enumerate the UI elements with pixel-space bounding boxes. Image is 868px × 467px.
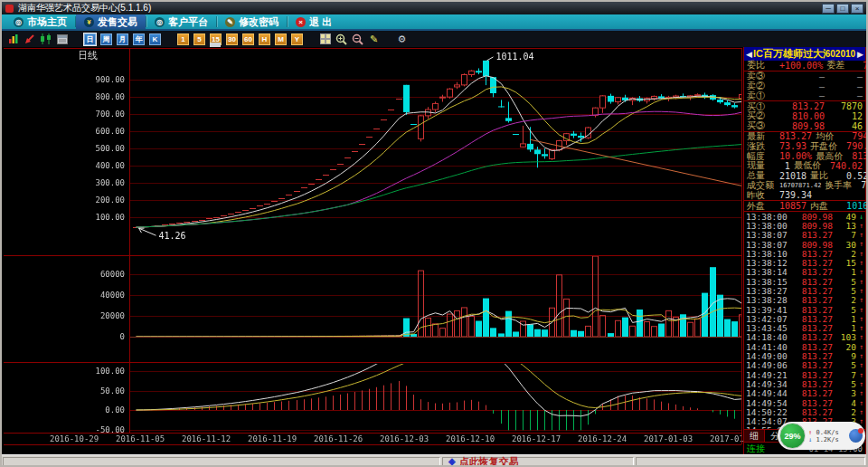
period-button-orange-1[interactable]: 1: [177, 33, 189, 45]
tick-up-arrow-icon: ↑: [856, 408, 863, 416]
zoom-out-icon[interactable]: [352, 33, 363, 45]
tick-row: 13:43:45813.271↑: [744, 324, 865, 333]
tick-up-arrow-icon: ↑: [856, 315, 863, 323]
tick-up-arrow-icon: ↑: [856, 389, 863, 397]
period-button-orange-8[interactable]: Y: [291, 33, 303, 45]
period-button-orange-2[interactable]: 5: [193, 33, 205, 45]
download-speed: 1.2K/s: [816, 436, 838, 443]
tick-up-arrow-icon: ↑: [856, 259, 863, 267]
upload-speed: 0.4K/s: [816, 429, 838, 436]
stat-value: 7.01%: [861, 180, 868, 190]
download-arrow-icon: ↓: [808, 436, 812, 443]
stat-row: 外盘10857内盘10161: [744, 201, 865, 211]
level-price: —: [770, 81, 825, 91]
app-logo-icon: [5, 5, 14, 13]
gear-icon[interactable]: ⚙: [396, 33, 408, 45]
diamond-icon: ◈: [448, 457, 456, 466]
network-percent-badge: 29%: [779, 423, 806, 449]
tick-up-arrow-icon: ↑: [856, 287, 863, 295]
period-button-orange-6[interactable]: H: [259, 33, 270, 45]
edit-icon[interactable]: ✎: [368, 33, 380, 45]
restore-trading-link[interactable]: ◈ 点此恢复交易: [448, 457, 519, 466]
menu-item-change-password[interactable]: ✎修改密码: [217, 14, 287, 29]
stat-value: 10857: [779, 201, 810, 211]
tick-row: 13:38:15813.275↑: [744, 277, 865, 286]
tick-up-arrow-icon: ↑: [856, 333, 863, 341]
level-qty: —: [825, 81, 863, 91]
grid-icon[interactable]: [319, 33, 331, 45]
exit-icon: ×: [296, 17, 306, 27]
period-button-orange-5[interactable]: 60: [242, 33, 254, 45]
level-qty: 7870: [825, 101, 863, 111]
level-qty: 12: [825, 111, 863, 121]
window-controls: ─ □ ×: [820, 4, 866, 14]
period-button-blue-2[interactable]: 周: [100, 33, 112, 45]
splitter-handle[interactable]: [210, 43, 221, 47]
stat-label: 外盘: [747, 200, 779, 213]
menu-item-client-platform[interactable]: ◎客户平台: [146, 14, 216, 29]
time-sales-list[interactable]: 13:38:00809.9849↓13:38:00809.9813↑13:38:…: [744, 212, 865, 429]
trend-arrow-icon[interactable]: [24, 33, 35, 45]
period-button-orange-7[interactable]: M: [275, 33, 287, 45]
tick-row: 13:42:07813.271↑: [744, 314, 865, 323]
stat-value: 7928: [863, 61, 868, 71]
title-bar: 湖南华强艺术品交易中心(5.1.1.6) ─ □ ×: [2, 2, 866, 14]
tick-up-arrow-icon: ↑: [856, 306, 863, 314]
candles-icon[interactable]: [40, 33, 52, 45]
status-segment-right: [636, 457, 865, 467]
tick-up-arrow-icon: ↑: [856, 240, 863, 248]
tick-row: 14:41:40813.2720↑: [744, 342, 865, 351]
sale-trade-icon: ¥: [84, 17, 94, 27]
status-bar: ◈ 点此恢复交易: [2, 454, 866, 467]
panel-tab-1[interactable]: 细: [744, 430, 765, 442]
kline-chart[interactable]: [2, 47, 743, 454]
network-ball-icon: [849, 429, 863, 443]
prev-symbol-arrow-icon[interactable]: ◀: [746, 50, 752, 59]
level-price: 810.00: [770, 111, 825, 121]
menu-item-label: 市场主页: [27, 15, 67, 29]
stat-value: 73.93: [779, 141, 810, 151]
maximize-button[interactable]: □: [836, 4, 849, 14]
stat-label: 换手率: [825, 179, 861, 192]
next-symbol-arrow-icon[interactable]: ▶: [857, 50, 863, 59]
menu-item-exit[interactable]: ×退 出: [288, 14, 340, 29]
connection-status: 连接: [747, 443, 765, 455]
status-segment-center: ◈ 点此恢复交易: [442, 457, 634, 467]
quote-body: 委比+100.00%委差7928卖③——卖②——卖①——买①813.277870…: [744, 61, 865, 212]
menu-item-label: 退 出: [309, 15, 332, 29]
tick-up-arrow-icon: ↑: [856, 361, 863, 369]
tick-up-arrow-icon: ↑: [856, 352, 863, 360]
tick-row: 14:49:44813.273↑: [744, 389, 865, 398]
tick-row: 14:49:34813.275↑: [744, 379, 865, 388]
menu-item-label: 修改密码: [239, 15, 278, 29]
minimize-button[interactable]: ─: [822, 4, 835, 14]
weibi-row: 委比+100.00%委差7928: [744, 61, 865, 71]
close-button[interactable]: ×: [851, 4, 863, 14]
network-speed-widget[interactable]: 29% ↑ 0.4K/s ↓ 1.2K/s: [778, 422, 865, 450]
menu-bar: ◎市场主页¥发售交易◎客户平台✎修改密码×退 出: [2, 14, 866, 31]
tick-row: 13:39:41813.275↑: [744, 305, 865, 314]
period-button-blue-3[interactable]: 月: [117, 33, 128, 45]
stat-value: 1: [779, 161, 794, 171]
menu-item-label: 发售交易: [98, 15, 137, 29]
window-title: 湖南华强艺术品交易中心(5.1.1.6): [18, 2, 151, 14]
tick-up-arrow-icon: ↑: [856, 324, 863, 332]
tick-row: 13:38:07809.9830↑: [744, 240, 865, 249]
period-button-orange-4[interactable]: 30: [226, 33, 238, 45]
menu-item-sale-trade[interactable]: ¥发售交易: [76, 14, 146, 29]
period-button-blue-1[interactable]: 日: [84, 33, 96, 45]
stat-label: 委差: [826, 59, 863, 71]
tick-row: 13:38:12813.2715↑: [744, 258, 865, 267]
tick-row: 13:38:07813.277↑: [744, 231, 865, 240]
status-segment-left: [3, 457, 440, 467]
bar-chart-icon[interactable]: [7, 33, 19, 45]
tick-row: 13:38:28813.272↑: [744, 296, 865, 305]
stat-value: 16707871.42: [779, 182, 825, 189]
period-button-blue-4[interactable]: 年: [133, 33, 145, 45]
level-price: 813.27: [770, 101, 825, 111]
menu-item-market-home[interactable]: ◎市场主页: [5, 14, 75, 29]
calendar-icon[interactable]: [56, 33, 68, 45]
zoom-in-icon[interactable]: [335, 33, 347, 45]
period-button-blue-5[interactable]: K: [149, 33, 161, 45]
tick-row: 13:38:00809.9849↓: [744, 212, 865, 221]
